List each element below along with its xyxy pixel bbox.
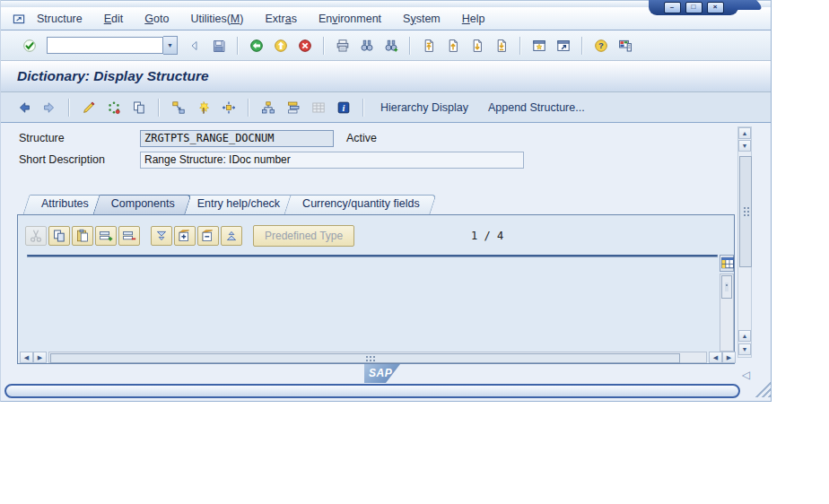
- toolbar-separator: [323, 37, 325, 55]
- table-settings-icon[interactable]: [720, 255, 734, 272]
- table-scrollbar-track[interactable]: [720, 274, 734, 352]
- scroll-up-icon[interactable]: ▲: [738, 127, 751, 139]
- command-dropdown-icon[interactable]: ▼: [163, 36, 178, 55]
- tab-attributes[interactable]: Attributes: [26, 195, 102, 214]
- tab-components[interactable]: Components: [96, 195, 188, 214]
- help-button[interactable]: ?: [590, 35, 612, 56]
- menu-item-system[interactable]: System: [403, 13, 441, 25]
- previous-page-button[interactable]: [442, 35, 464, 56]
- menu-item-utilities-m[interactable]: Utilities(M): [190, 13, 243, 25]
- display-change-button[interactable]: [78, 97, 100, 118]
- paste-button[interactable]: [72, 226, 93, 246]
- double-chevron-up-button[interactable]: [221, 226, 242, 246]
- back-button[interactable]: [246, 35, 267, 56]
- scroll-up-bottom-icon[interactable]: ▲: [738, 330, 751, 342]
- predefined-type-button[interactable]: Predefined Type: [253, 225, 354, 247]
- table-contents-button[interactable]: [308, 97, 329, 118]
- scroll-down-icon[interactable]: ▼: [738, 140, 751, 152]
- create-shortcut-button[interactable]: [553, 35, 574, 56]
- structure-field[interactable]: ZRGTPTS_RANGE_DOCNUM: [140, 130, 334, 147]
- object-list-button[interactable]: [283, 97, 304, 118]
- refresh-button[interactable]: [103, 97, 125, 118]
- customize-layout-button[interactable]: [615, 35, 636, 56]
- window-minus-button[interactable]: [197, 226, 219, 246]
- application-toolbar: iHierarchy DisplayAppend Structure...: [1, 92, 771, 123]
- first-page-button[interactable]: [418, 35, 440, 56]
- refresh-icon: [107, 100, 121, 115]
- menu-item-environment[interactable]: Environment: [319, 13, 381, 25]
- copy-button[interactable]: [128, 97, 150, 118]
- tab-label: Components: [111, 197, 175, 210]
- first-page-icon: [422, 39, 436, 53]
- svg-text:i: i: [343, 103, 345, 113]
- tab-label: Entry help/check: [197, 197, 280, 210]
- copy-rows-icon: [52, 229, 66, 243]
- short-description-label: Short Description: [19, 152, 105, 169]
- collapse-command-button[interactable]: [184, 35, 205, 56]
- nav-forward-button[interactable]: [39, 97, 60, 118]
- scroll-down-bottom-icon[interactable]: ▼: [738, 343, 751, 355]
- title-bar: Dictionary: Display Structure: [1, 61, 771, 92]
- copy-rows-button[interactable]: [48, 226, 70, 246]
- append-structure-button[interactable]: Append Structure...: [488, 101, 585, 114]
- help-icon: ?: [594, 39, 608, 53]
- main-vertical-scrollbar: ▲ ▼ ▲ ▼: [737, 126, 752, 358]
- exit-button[interactable]: [270, 35, 292, 56]
- menu-item-extras[interactable]: Extras: [265, 13, 296, 25]
- window-plus-button[interactable]: [174, 226, 196, 246]
- minimize-button[interactable]: –: [664, 2, 681, 13]
- next-page-button[interactable]: [467, 35, 488, 56]
- menu-item-goto[interactable]: Goto: [144, 13, 169, 25]
- previous-page-icon: [446, 39, 460, 53]
- system-menu-icon[interactable]: [12, 12, 26, 26]
- hierarchy-button[interactable]: [257, 97, 279, 118]
- navigate-button[interactable]: [218, 97, 240, 118]
- cut-button[interactable]: [25, 226, 47, 246]
- enter-button[interactable]: [19, 35, 40, 56]
- menu-item-structure[interactable]: Structure: [37, 13, 83, 25]
- insert-row-button[interactable]: [95, 226, 117, 246]
- find-next-icon: [384, 39, 398, 53]
- tab-label: Currency/quantity fields: [302, 197, 420, 210]
- cancel-button[interactable]: [294, 35, 316, 56]
- activate-button[interactable]: [193, 97, 214, 118]
- hierarchy-display-button[interactable]: Hierarchy Display: [380, 101, 468, 114]
- find-button[interactable]: [356, 35, 378, 56]
- components-panel: Predefined Type 1 / 4 ◀ ▶ ◀ ▶: [17, 214, 735, 364]
- scroll-right-icon[interactable]: ▶: [33, 352, 47, 363]
- insert-row-icon: [99, 229, 113, 243]
- activate-icon: [196, 100, 211, 115]
- delete-row-button[interactable]: [118, 226, 140, 246]
- short-description-field[interactable]: Range Structure: IDoc number: [140, 152, 524, 169]
- double-chevron-down-button[interactable]: [151, 226, 172, 246]
- hscroll-thumb[interactable]: [50, 353, 680, 363]
- close-button[interactable]: ×: [707, 2, 724, 13]
- find-next-button[interactable]: [380, 35, 402, 56]
- new-session-button[interactable]: [528, 35, 550, 56]
- tab-currency-quantity-fields[interactable]: Currency/quantity fields: [287, 195, 433, 214]
- command-input[interactable]: [47, 37, 163, 54]
- where-used-button[interactable]: [168, 97, 189, 118]
- scroll-left-icon[interactable]: ◀: [20, 352, 33, 363]
- tab-label: Attributes: [41, 197, 89, 210]
- maximize-button[interactable]: □: [685, 2, 702, 13]
- table-scrollbar-thumb[interactable]: [721, 275, 732, 299]
- collapse-statusbar-icon[interactable]: ◁: [742, 369, 750, 381]
- menu-item-help[interactable]: Help: [462, 13, 485, 25]
- cut-icon: [29, 229, 43, 243]
- info-button[interactable]: i: [333, 97, 354, 118]
- scroll-left-end-icon[interactable]: ◀: [709, 352, 722, 363]
- scroll-right-end-icon[interactable]: ▶: [722, 352, 736, 363]
- hscroll-track[interactable]: [48, 352, 707, 363]
- menu-item-edit[interactable]: Edit: [104, 13, 124, 25]
- tab-entry-help-check[interactable]: Entry help/check: [182, 195, 293, 214]
- save-button[interactable]: [208, 35, 230, 56]
- svg-text:?: ?: [598, 40, 604, 50]
- last-page-button[interactable]: [491, 35, 512, 56]
- resize-grip[interactable]: [755, 381, 771, 397]
- nav-back-button[interactable]: [13, 97, 35, 118]
- customize-layout-icon: [618, 39, 633, 53]
- print-button[interactable]: [332, 35, 353, 56]
- menu-items: StructureEditGotoUtilities(M)ExtrasEnvir…: [37, 13, 484, 25]
- main-scrollbar-thumb[interactable]: [739, 156, 752, 267]
